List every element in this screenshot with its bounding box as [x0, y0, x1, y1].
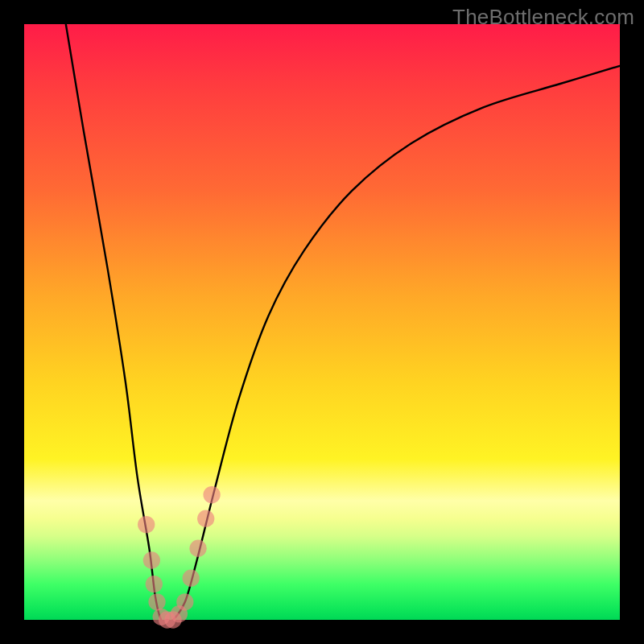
highlight-dot: [197, 510, 214, 527]
highlight-dot: [148, 593, 165, 610]
highlight-dot: [176, 593, 193, 610]
highlight-dot: [143, 551, 160, 568]
highlight-dot: [183, 570, 200, 587]
chart-frame: TheBottleneck.com: [0, 0, 644, 644]
highlight-dot: [189, 540, 206, 557]
highlight-dot: [138, 516, 155, 533]
highlight-dot: [203, 486, 220, 503]
highlight-dot: [146, 576, 163, 592]
plot-area: [24, 24, 620, 620]
watermark-text: TheBottleneck.com: [452, 5, 634, 30]
curve-layer: [24, 24, 620, 620]
highlight-dots: [138, 486, 221, 629]
